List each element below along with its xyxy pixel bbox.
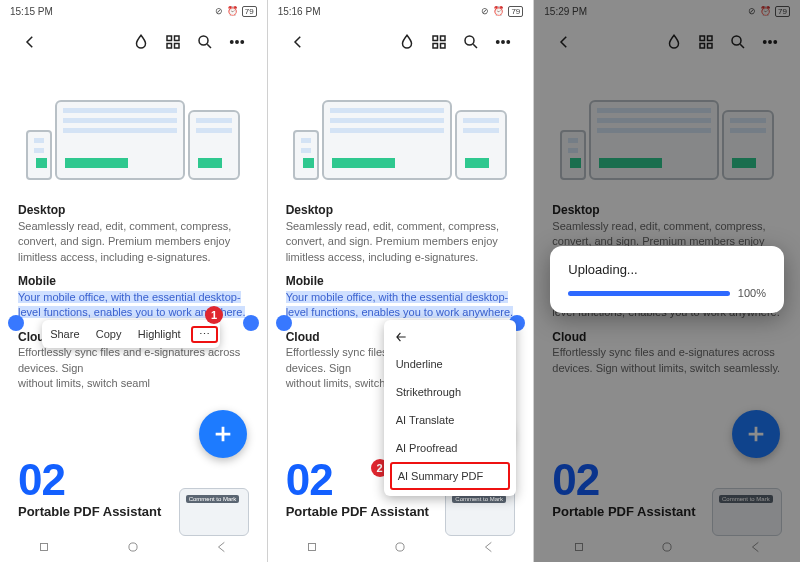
menu-back-icon[interactable]	[394, 330, 408, 347]
svg-point-14	[465, 36, 474, 45]
app-toolbar	[534, 22, 800, 62]
heading-desktop: Desktop	[286, 202, 516, 219]
status-bar: 15:16 PM ⊘ ⏰ 79	[268, 0, 534, 22]
nav-back-icon[interactable]	[215, 540, 229, 558]
alarm-icon: ⏰	[760, 6, 771, 16]
selection-handle-start[interactable]	[8, 315, 24, 331]
svg-point-9	[129, 543, 137, 551]
battery-indicator: 79	[242, 6, 257, 17]
svg-rect-13	[441, 44, 446, 49]
nav-bar	[268, 536, 534, 562]
menu-ai-summary-pdf[interactable]: AI Summary PDF	[390, 462, 510, 490]
nav-back-icon[interactable]	[749, 540, 763, 558]
more-icon[interactable]	[754, 26, 786, 58]
svg-point-26	[769, 41, 771, 43]
ink-icon[interactable]	[391, 26, 423, 58]
grid-icon[interactable]	[157, 26, 189, 58]
back-button[interactable]	[282, 26, 314, 58]
nav-home-icon[interactable]	[393, 540, 407, 558]
search-icon[interactable]	[455, 26, 487, 58]
svg-point-19	[396, 543, 404, 551]
more-icon[interactable]	[221, 26, 253, 58]
document-body[interactable]: Desktop Seamlessly read, edit, comment, …	[0, 180, 267, 392]
nav-recent-icon[interactable]	[572, 540, 586, 558]
nav-home-icon[interactable]	[660, 540, 674, 558]
menu-underline[interactable]: Underline	[384, 350, 516, 378]
selected-text[interactable]: Your mobile office, with the essential d…	[286, 291, 513, 318]
panel-1: 15:15 PM ⊘ ⏰ 79 Desktop Seamlessly read,…	[0, 0, 267, 562]
grid-icon[interactable]	[423, 26, 455, 58]
selection-handle-end[interactable]	[243, 315, 259, 331]
svg-point-24	[732, 36, 741, 45]
status-bar: 15:29 PM ⊘ ⏰ 79	[534, 0, 800, 22]
battery-indicator: 79	[775, 6, 790, 17]
popup-highlight[interactable]: Highlight	[132, 328, 187, 340]
nav-bar	[0, 536, 267, 562]
menu-ai-proofread[interactable]: AI Proofread	[384, 434, 516, 462]
text-cloud-1: Effortlessly sync files and e-signatures…	[18, 345, 249, 376]
status-time: 15:29 PM	[544, 6, 587, 17]
nav-bar	[534, 536, 800, 562]
vibrate-icon: ⊘	[481, 6, 489, 16]
fab-add[interactable]	[199, 410, 247, 458]
svg-rect-20	[700, 36, 705, 41]
svg-rect-23	[707, 44, 712, 49]
battery-indicator: 79	[508, 6, 523, 17]
svg-point-16	[502, 41, 504, 43]
app-toolbar	[268, 22, 534, 62]
step-badge-1: 1	[205, 306, 223, 324]
selection-handle-start[interactable]	[276, 315, 292, 331]
svg-rect-8	[41, 544, 48, 551]
svg-point-17	[507, 41, 509, 43]
nav-recent-icon[interactable]	[37, 540, 51, 558]
svg-rect-10	[433, 36, 438, 41]
fab-add[interactable]	[732, 410, 780, 458]
svg-rect-0	[167, 36, 172, 41]
preview-label: Comment to Mark	[719, 495, 773, 503]
ink-icon[interactable]	[125, 26, 157, 58]
svg-point-6	[235, 41, 237, 43]
upload-modal: Uploading... 100%	[550, 246, 784, 313]
context-menu: Underline Strikethrough AI Translate AI …	[384, 320, 516, 496]
nav-recent-icon[interactable]	[305, 540, 319, 558]
alarm-icon: ⏰	[227, 6, 238, 16]
text-desktop: Seamlessly read, edit, comment, compress…	[286, 219, 516, 265]
search-icon[interactable]	[189, 26, 221, 58]
menu-strikethrough[interactable]: Strikethrough	[384, 378, 516, 406]
text-desktop: Seamlessly read, edit, comment, compress…	[18, 219, 249, 265]
vibrate-icon: ⊘	[215, 6, 223, 16]
back-button[interactable]	[14, 26, 46, 58]
svg-point-25	[764, 41, 766, 43]
hero-illustration	[286, 70, 516, 180]
page-footer: 02 Portable PDF Assistant Comment to Mar…	[552, 458, 782, 536]
text-cloud-1: Effortlessly sync files and e-signatures…	[552, 345, 782, 376]
nav-back-icon[interactable]	[482, 540, 496, 558]
svg-rect-22	[700, 44, 705, 49]
preview-thumb: Comment to Mark	[179, 488, 249, 536]
svg-rect-1	[174, 36, 179, 41]
nav-home-icon[interactable]	[126, 540, 140, 558]
heading-desktop: Desktop	[18, 202, 249, 219]
status-time: 15:16 PM	[278, 6, 321, 17]
upload-progress-bar	[568, 291, 730, 296]
menu-ai-translate[interactable]: AI Translate	[384, 406, 516, 434]
panel-2: 15:16 PM ⊘ ⏰ 79 Desktop Seamlessly read,…	[267, 0, 534, 562]
heading-mobile: Mobile	[286, 273, 516, 290]
svg-point-7	[241, 41, 243, 43]
search-icon[interactable]	[722, 26, 754, 58]
back-button[interactable]	[548, 26, 580, 58]
more-icon[interactable]	[487, 26, 519, 58]
svg-point-5	[230, 41, 232, 43]
grid-icon[interactable]	[690, 26, 722, 58]
popup-share[interactable]: Share	[44, 328, 85, 340]
popup-copy[interactable]: Copy	[90, 328, 128, 340]
svg-point-15	[497, 41, 499, 43]
svg-point-4	[199, 36, 208, 45]
svg-rect-18	[308, 544, 315, 551]
svg-rect-2	[167, 44, 172, 49]
popup-more-button[interactable]: ⋯	[191, 326, 218, 343]
app-toolbar	[0, 22, 267, 62]
heading-mobile: Mobile	[18, 273, 249, 290]
ink-icon[interactable]	[658, 26, 690, 58]
text-cloud-2: without limits, switch seaml	[18, 376, 249, 391]
